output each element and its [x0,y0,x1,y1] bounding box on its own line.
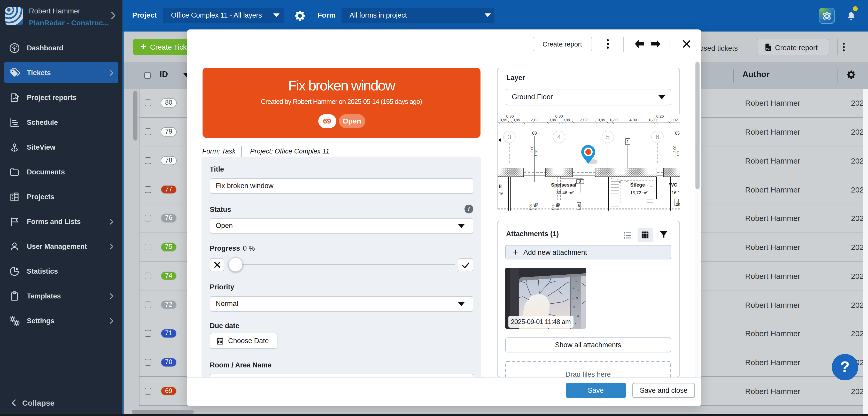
svg-text:4: 4 [557,133,561,141]
svg-text:Speisesaal: Speisesaal [551,182,576,187]
svg-text:0,99: 0,99 [500,118,507,122]
svg-text:R: R [619,180,621,183]
svg-text:2,02: 2,02 [670,118,678,122]
svg-text:1,00: 1,00 [551,204,555,210]
svg-text:3: 3 [507,133,511,141]
svg-text:0,99: 0,99 [513,118,520,122]
svg-text:2,10: 2,10 [555,204,559,210]
svg-text:15,72 m²: 15,72 m² [630,190,647,195]
svg-text:0,30: 0,30 [610,118,617,122]
svg-text:1,50: 1,50 [534,150,538,156]
svg-text:Stiege: Stiege [630,182,645,187]
svg-text:1: 1 [626,139,629,144]
svg-text:g: g [499,183,502,188]
svg-text:4,00: 4,00 [629,118,637,122]
svg-text:2,10: 2,10 [533,204,537,210]
svg-text:0,99: 0,99 [549,118,556,122]
svg-text:WC: WC [669,182,677,187]
svg-text:1,00: 1,00 [529,204,533,210]
svg-text:8: 8 [579,180,581,184]
svg-text:8: 8 [676,200,678,204]
svg-text:0,99: 0,99 [597,118,605,122]
svg-text:16,1: 16,1 [672,190,680,195]
svg-text:0,99: 0,99 [562,118,570,122]
svg-text:03: 03 [532,131,537,136]
svg-text:0,30: 0,30 [649,118,656,122]
svg-text:0,30: 0,30 [555,114,563,118]
svg-text:1,50: 1,50 [676,150,680,156]
svg-text:PDF: PDF [766,48,771,50]
svg-text:2,00: 2,00 [530,146,534,153]
svg-text:2,02: 2,02 [531,118,538,122]
svg-text:0,26: 0,26 [656,114,664,118]
svg-text:5: 5 [606,133,610,141]
svg-text:m²: m² [499,191,503,195]
svg-text:30,46 m²: 30,46 m² [556,190,574,195]
svg-text:8: 8 [578,204,580,208]
svg-text:6: 6 [656,133,659,141]
svg-text:2,02: 2,02 [580,118,587,122]
svg-text:05: 05 [675,131,680,136]
